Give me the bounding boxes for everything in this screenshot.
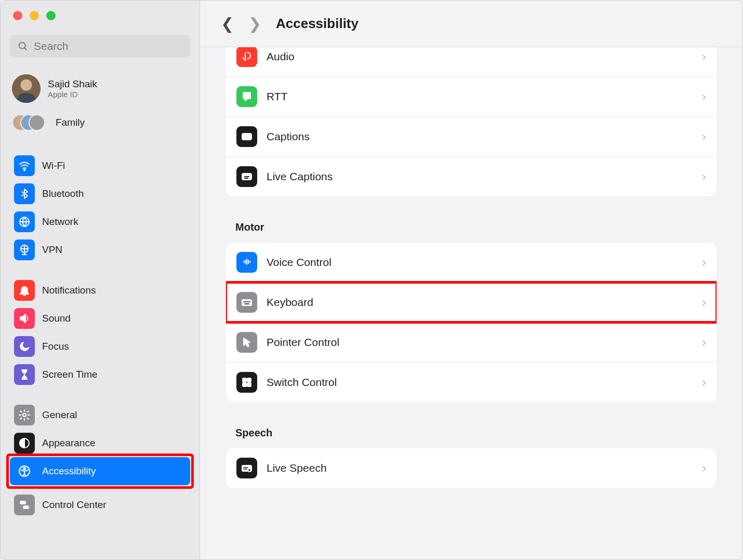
minimize-button[interactable] bbox=[30, 11, 39, 20]
list-item-live-captions[interactable]: Live Captions› bbox=[226, 157, 717, 196]
sidebar-item-label: Sound bbox=[42, 313, 71, 324]
sidebar-item-network[interactable]: Network bbox=[10, 208, 190, 236]
content: Audio›RTT›CCCaptions›Live Captions› Moto… bbox=[200, 47, 742, 559]
sidebar-item-vpn[interactable]: VPN bbox=[10, 236, 190, 264]
list-item-captions[interactable]: CCCaptions› bbox=[226, 117, 717, 157]
sidebar-item-label: VPN bbox=[42, 244, 62, 256]
avatar bbox=[12, 74, 41, 103]
maximize-button[interactable] bbox=[46, 11, 56, 20]
svg-rect-19 bbox=[243, 383, 246, 386]
sidebar-item-appearance[interactable]: Appearance bbox=[10, 429, 190, 457]
svg-rect-20 bbox=[247, 383, 251, 386]
hourglass-icon bbox=[14, 364, 35, 385]
list-item-live-speech[interactable]: Live Speech› bbox=[226, 448, 717, 488]
sidebar-item-label: General bbox=[42, 409, 77, 421]
sidebar-item-label: Notifications bbox=[42, 285, 96, 296]
chevron-right-icon: › bbox=[702, 295, 706, 310]
sidebar-item-general[interactable]: General bbox=[10, 401, 190, 429]
chevron-right-icon: › bbox=[702, 49, 706, 64]
chevron-right-icon: › bbox=[702, 129, 706, 144]
window-controls bbox=[13, 11, 190, 20]
sidebar-item-accessibility[interactable]: Accessibility bbox=[10, 457, 190, 485]
sidebar-item-focus[interactable]: Focus bbox=[10, 332, 190, 361]
moon-icon bbox=[14, 336, 35, 357]
svg-line-1 bbox=[24, 48, 26, 50]
list-item-label: Voice Control bbox=[267, 256, 693, 269]
sidebar-item-screen-time[interactable]: Screen Time bbox=[10, 361, 190, 389]
pointer-icon bbox=[236, 332, 257, 353]
appearance-icon bbox=[14, 433, 35, 454]
svg-rect-11 bbox=[20, 501, 25, 504]
hearing-list: Audio›RTT›CCCaptions›Live Captions› bbox=[226, 47, 717, 196]
sidebar: Sajid Shaik Apple ID Family Wi-FiBluetoo… bbox=[1, 1, 200, 559]
list-item-voice-control[interactable]: Voice Control› bbox=[226, 243, 717, 283]
apple-id-row[interactable]: Sajid Shaik Apple ID bbox=[10, 71, 190, 106]
list-item-switch-control[interactable]: Switch Control› bbox=[226, 363, 717, 402]
list-item-label: Pointer Control bbox=[267, 336, 693, 349]
section-title-motor: Motor bbox=[235, 221, 717, 233]
sidebar-item-control-center[interactable]: Control Center bbox=[10, 491, 190, 519]
search-box[interactable] bbox=[10, 35, 190, 58]
sidebar-item-label: Screen Time bbox=[42, 369, 98, 380]
sidebar-item-label: Appearance bbox=[42, 437, 95, 449]
sidebar-item-label: Wi-Fi bbox=[42, 160, 65, 171]
list-item-label: Live Captions bbox=[267, 170, 693, 183]
gear-icon bbox=[14, 405, 35, 425]
speech-list: Live Speech› bbox=[226, 448, 717, 488]
sidebar-item-label: Accessibility bbox=[42, 465, 96, 477]
svg-point-22 bbox=[248, 469, 251, 472]
vpn-icon bbox=[14, 239, 35, 260]
svg-point-7 bbox=[23, 414, 26, 417]
switch-control-icon bbox=[236, 372, 257, 393]
sidebar-item-wi-fi[interactable]: Wi-Fi bbox=[10, 152, 190, 180]
user-subtitle: Apple ID bbox=[48, 90, 97, 99]
svg-point-3 bbox=[21, 79, 32, 91]
network-icon bbox=[14, 211, 35, 232]
list-item-label: Audio bbox=[267, 50, 693, 63]
sidebar-item-label: Bluetooth bbox=[42, 188, 84, 199]
motor-list: Voice Control›Keyboard›Pointer Control›S… bbox=[226, 243, 717, 402]
close-button[interactable] bbox=[13, 11, 22, 20]
wifi-icon bbox=[14, 155, 35, 176]
list-item-rtt[interactable]: RTT› bbox=[226, 77, 717, 117]
chevron-right-icon: › bbox=[702, 255, 706, 270]
list-item-keyboard[interactable]: Keyboard› bbox=[226, 283, 717, 323]
list-item-pointer-control[interactable]: Pointer Control› bbox=[226, 323, 717, 363]
forward-button[interactable]: ❯ bbox=[248, 15, 261, 33]
sidebar-item-bluetooth[interactable]: Bluetooth bbox=[10, 180, 190, 208]
sound-icon bbox=[14, 308, 35, 329]
sidebar-item-notifications[interactable]: Notifications bbox=[10, 276, 190, 304]
svg-point-0 bbox=[19, 43, 25, 49]
voice-control-icon bbox=[236, 252, 257, 273]
back-button[interactable]: ❮ bbox=[221, 15, 234, 33]
list-item-audio[interactable]: Audio› bbox=[226, 47, 717, 77]
chevron-right-icon: › bbox=[702, 89, 706, 104]
live-captions-icon bbox=[236, 166, 257, 187]
sidebar-item-sound[interactable]: Sound bbox=[10, 304, 190, 332]
keyboard-icon bbox=[236, 292, 257, 313]
svg-rect-16 bbox=[242, 300, 251, 305]
svg-text:CC: CC bbox=[244, 135, 250, 140]
user-name: Sajid Shaik bbox=[48, 78, 97, 90]
chevron-right-icon: › bbox=[702, 375, 706, 390]
sidebar-item-label: Focus bbox=[42, 341, 69, 352]
svg-rect-18 bbox=[247, 378, 251, 382]
accessibility-icon bbox=[14, 461, 35, 482]
svg-point-4 bbox=[24, 169, 25, 170]
family-row[interactable]: Family bbox=[10, 109, 190, 136]
chevron-right-icon: › bbox=[702, 461, 706, 475]
search-input[interactable] bbox=[34, 40, 183, 52]
family-label: Family bbox=[56, 117, 85, 128]
list-item-label: Keyboard bbox=[267, 296, 693, 309]
page-title: Accessibility bbox=[276, 16, 359, 32]
main-header: ❮ ❯ Accessibility bbox=[200, 1, 742, 47]
rtt-icon bbox=[236, 86, 257, 107]
captions-icon: CC bbox=[236, 126, 257, 147]
highlight-accessibility-sidebar: Accessibility bbox=[6, 454, 194, 489]
list-item-label: Switch Control bbox=[267, 376, 693, 389]
bluetooth-icon bbox=[14, 183, 35, 204]
svg-point-10 bbox=[23, 468, 25, 470]
switches-icon bbox=[14, 495, 35, 515]
list-item-label: RTT bbox=[267, 90, 693, 103]
live-speech-icon bbox=[236, 458, 257, 478]
